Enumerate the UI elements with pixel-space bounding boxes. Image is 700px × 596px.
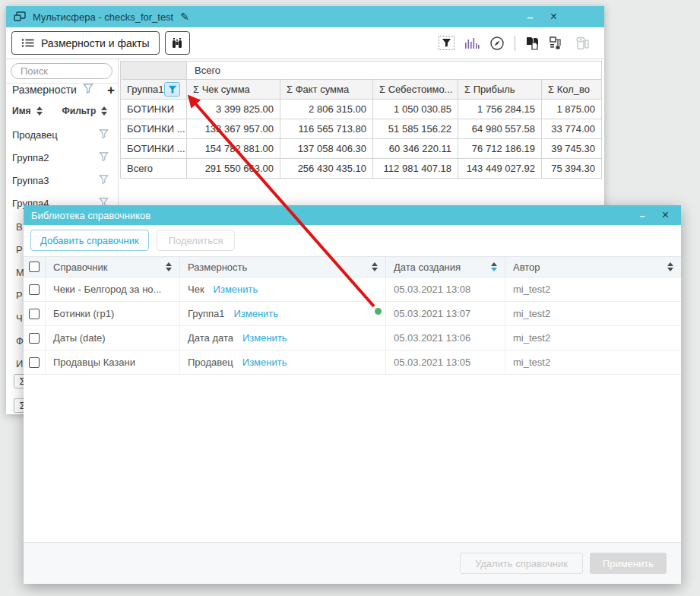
name-sort-icon[interactable]	[36, 106, 43, 116]
dimensions-section-title: Размерности	[12, 84, 77, 96]
edit-link[interactable]: Изменить	[214, 284, 258, 295]
sidebar-item-clipped[interactable]: И	[16, 358, 23, 369]
window-titlebar[interactable]: Мультисфера - checks_for_test ✎ – ×	[6, 6, 604, 27]
funnel-icon[interactable]	[99, 152, 109, 163]
active-dictionary-dot	[375, 308, 382, 315]
pivot-cell: 133 367 957.00	[187, 119, 280, 139]
search-input[interactable]	[11, 63, 112, 79]
dimensions-facts-label: Размерности и факты	[41, 37, 150, 49]
pivot-table: Всего Группа1 Σ Чек сумма Σ Факт сумма Σ…	[120, 61, 602, 179]
pivot-cell: 39 745.30	[542, 139, 602, 159]
copy-export-icon[interactable]	[525, 36, 540, 50]
sidebar-item-gruppa3[interactable]: Группа3	[6, 169, 118, 192]
dimensions-filter-icon[interactable]	[83, 84, 93, 96]
pivot-column-header[interactable]: Σ Кол_во	[542, 80, 602, 100]
author-name: mi_test2	[505, 302, 681, 325]
dimension-name: Чек	[188, 284, 204, 295]
compass-icon[interactable]	[489, 36, 505, 51]
funnel-icon[interactable]	[99, 175, 109, 186]
sort-icon[interactable]	[166, 262, 172, 271]
modal-footer: Удалить справочник Применить	[24, 542, 681, 584]
modal-table-header: Справочник Размерность Дата создания Авт…	[24, 256, 681, 277]
filter-sort-icon[interactable]	[101, 106, 107, 116]
pivot-row-label[interactable]: БОТИНКИ ...	[121, 139, 187, 159]
sort-icon[interactable]	[372, 262, 378, 271]
modal-minimize-button[interactable]: –	[639, 210, 645, 221]
sidebar-item-clipped[interactable]: Ф	[16, 335, 24, 347]
main-toolbar: Размерности и факты	[6, 27, 604, 59]
sort-desc-icon[interactable]	[491, 262, 497, 271]
dictionary-name: Даты (date)	[46, 326, 180, 350]
dimension-name: Группа1	[188, 308, 224, 319]
dictionary-row[interactable]: Чеки - Белгород за но... Чек Изменить 05…	[24, 277, 681, 302]
pivot-cell: 1 875.00	[542, 100, 602, 119]
apply-button: Применить	[590, 553, 667, 574]
dictionary-library-modal: Библиотека справочников – × Добавить спр…	[24, 205, 681, 584]
created-date: 05.03.2021 13:05	[386, 350, 505, 374]
dimension-column-header[interactable]: Размерность	[180, 257, 386, 277]
edit-link[interactable]: Изменить	[233, 308, 278, 319]
dictionary-row[interactable]: Ботинки (гр1) Группа1 Изменить 05.03.202…	[24, 302, 681, 326]
pivot-cell: 2 806 315.00	[280, 100, 373, 119]
funnel-icon[interactable]	[99, 129, 109, 141]
sidebar-item-clipped[interactable]: Ч	[16, 312, 23, 324]
pivot-row-label[interactable]: БОТИНКИ	[121, 100, 187, 119]
add-dimension-button[interactable]: +	[107, 84, 115, 97]
created-date: 05.03.2021 13:06	[386, 326, 505, 350]
author-name: mi_test2	[505, 326, 681, 350]
gruppa1-filter-funnel-icon[interactable]	[164, 82, 180, 97]
search-values-button[interactable]	[165, 31, 190, 55]
row-checkbox[interactable]	[29, 284, 40, 295]
select-all-checkbox[interactable]	[29, 262, 40, 272]
author-column-header[interactable]: Автор	[505, 257, 681, 277]
edit-link[interactable]: Изменить	[242, 357, 287, 368]
modal-titlebar[interactable]: Библиотека справочников – ×	[24, 205, 681, 225]
pivot-cell: 1 050 030.85	[373, 100, 458, 119]
pivot-column-header[interactable]: Σ Чек сумма	[187, 80, 280, 100]
edit-title-pencil-icon[interactable]: ✎	[180, 11, 189, 23]
edit-link[interactable]: Изменить	[242, 332, 287, 344]
dictionary-row[interactable]: Продавцы Казани Продавец Изменить 05.03.…	[24, 350, 681, 375]
filter-column-header[interactable]: Фильтр	[62, 106, 97, 116]
filter-tool-icon[interactable]	[439, 36, 455, 50]
dimensions-facts-button[interactable]: Размерности и факты	[11, 31, 160, 55]
sidebar-item-clipped[interactable]: Р	[16, 290, 23, 301]
pivot-cell: 60 346 220.11	[373, 139, 458, 159]
pivot-column-header[interactable]: Σ Факт сумма	[280, 80, 373, 100]
pivot-row-dimension-header[interactable]: Группа1	[121, 80, 187, 100]
author-name: mi_test2	[505, 277, 681, 301]
pivot-cell: 33 774.00	[542, 119, 602, 139]
dictionary-row[interactable]: Даты (date) Дата дата Изменить 05.03.202…	[24, 326, 681, 350]
created-column-header[interactable]: Дата создания	[386, 257, 505, 277]
pivot-total-cell: 75 394.30	[542, 159, 602, 179]
select-all-cell	[24, 257, 46, 277]
created-date: 05.03.2021 13:08	[386, 277, 505, 301]
name-column-header[interactable]: Имя	[12, 106, 31, 116]
binoculars-icon	[171, 37, 183, 49]
row-checkbox[interactable]	[29, 357, 40, 368]
minimize-button[interactable]: –	[527, 11, 533, 24]
pivot-cell: 76 712 186.19	[458, 139, 542, 159]
sidebar-item-gruppa2[interactable]: Группа2	[6, 146, 118, 169]
share-button: Поделиться	[157, 230, 236, 251]
close-button[interactable]: ×	[550, 10, 557, 24]
row-checkbox[interactable]	[29, 333, 40, 344]
pivot-column-header[interactable]: Σ Прибыль	[458, 80, 542, 100]
delete-dictionary-button: Удалить справочник	[460, 553, 583, 574]
dictionary-column-header[interactable]: Справочник	[46, 257, 180, 277]
sort-icon[interactable]	[667, 262, 673, 271]
pivot-column-header[interactable]: Σ Себестоимо...	[373, 80, 458, 100]
modal-close-button[interactable]: ×	[662, 208, 669, 222]
pivot-total-row-label: Всего	[121, 159, 187, 179]
chart-icon[interactable]	[464, 37, 480, 49]
pivot-row-label[interactable]: БОТИНКИ ...	[121, 119, 187, 139]
sidebar-item-clipped[interactable]: В	[16, 221, 23, 233]
desktop: Мультисфера - checks_for_test ✎ – × Разм…	[0, 0, 700, 596]
add-dictionary-button[interactable]: Добавить справочник	[30, 230, 149, 251]
sidebar-item-clipped[interactable]: Р	[16, 244, 23, 255]
row-checkbox[interactable]	[29, 309, 40, 319]
sidebar-item-prodavec[interactable]: Продавец	[6, 123, 118, 146]
author-name: mi_test2	[505, 350, 681, 374]
pivot-cell: 154 782 881.00	[187, 139, 280, 159]
hierarchy-icon[interactable]	[550, 36, 565, 50]
